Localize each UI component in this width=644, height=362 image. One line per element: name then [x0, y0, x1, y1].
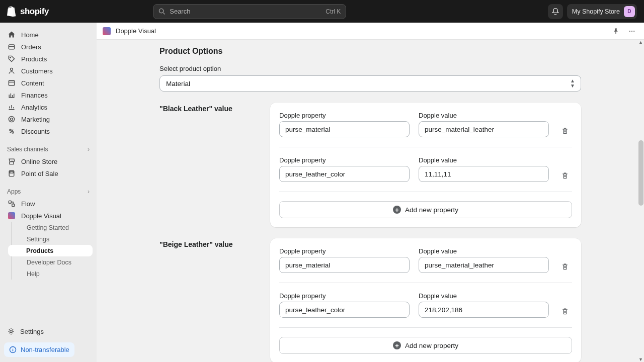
sidebar-item-products[interactable]: Products	[0, 53, 97, 65]
shopify-wordmark: shopify	[20, 7, 49, 17]
svg-point-17	[633, 30, 634, 31]
divider	[279, 147, 572, 147]
add-property-button[interactable]: +Add new property	[279, 201, 572, 218]
content-scroll[interactable]: Product Options Select product option Ma…	[97, 40, 644, 362]
pin-button[interactable]	[610, 25, 622, 37]
property-input[interactable]	[279, 257, 410, 273]
search-placeholder: Search	[170, 8, 190, 15]
divider	[279, 327, 572, 328]
sidebar-item-customers[interactable]: Customers	[0, 65, 97, 77]
sidebar-item-online-store[interactable]: Online Store	[0, 155, 97, 167]
plus-circle-icon: +	[393, 206, 401, 214]
sidebar-item-discounts[interactable]: Discounts	[0, 125, 97, 137]
sidebar-item-settings[interactable]: Settings	[0, 324, 97, 338]
delete-property-button[interactable]	[558, 304, 572, 318]
section-label: Sales channels	[7, 146, 48, 153]
option-value-group: "Beige Leather" valueDopple propertyDopp…	[159, 238, 581, 362]
scrollbar[interactable]: ▲ ▼	[638, 40, 643, 362]
property-input[interactable]	[279, 121, 410, 137]
sidebar-item-finances[interactable]: Finances	[0, 89, 97, 101]
svg-point-16	[631, 30, 632, 31]
dots-icon	[628, 28, 635, 35]
avatar: D	[624, 6, 635, 17]
dopple-icon	[7, 211, 16, 220]
product-option-select[interactable]: Material	[159, 75, 581, 92]
sidebar-item-dopple-visual[interactable]: Dopple Visual	[0, 210, 97, 222]
trash-icon	[561, 262, 569, 270]
top-bar: shopify Search Ctrl K My Shopify Store D	[0, 0, 644, 23]
notifications-button[interactable]	[548, 4, 563, 19]
property-row: Dopple propertyDopple value	[279, 292, 572, 318]
sub-link-help[interactable]: Help	[11, 268, 97, 280]
sidebar-item-marketing[interactable]: Marketing	[0, 113, 97, 125]
sidebar-item-label: Marketing	[21, 116, 50, 123]
product-option-select-wrap: Material ▲▼	[159, 75, 581, 92]
svg-rect-1	[9, 45, 14, 49]
svg-rect-11	[9, 201, 11, 203]
account-menu[interactable]: My Shopify Store D	[567, 4, 637, 19]
value-label: Dopple value	[419, 112, 549, 119]
delete-property-button[interactable]	[558, 259, 572, 274]
sidebar-item-label: Dopple Visual	[21, 212, 61, 220]
property-row: Dopple propertyDopple value	[279, 156, 572, 183]
svg-point-5	[9, 116, 14, 122]
property-label: Dopple property	[279, 292, 410, 300]
value-label: Dopple value	[419, 292, 549, 300]
chevron-right-icon: ›	[88, 188, 90, 195]
trash-icon	[561, 171, 569, 179]
bell-icon	[551, 8, 559, 16]
scroll-thumb[interactable]	[638, 140, 643, 206]
content-icon	[7, 78, 16, 87]
add-property-button[interactable]: +Add new property	[279, 337, 572, 354]
sidebar-item-label: Analytics	[21, 104, 47, 111]
svg-point-7	[10, 129, 11, 131]
non-transferable-badge[interactable]: Non-transferable	[4, 342, 74, 357]
sidebar-item-pos[interactable]: Point of Sale	[0, 167, 97, 179]
sidebar-item-label: Products	[21, 55, 47, 63]
flow-icon	[7, 199, 16, 208]
sidebar-item-flow[interactable]: Flow	[0, 198, 97, 210]
sidebar-item-analytics[interactable]: Analytics	[0, 101, 97, 113]
sub-link-products[interactable]: Products	[8, 245, 93, 256]
search-input[interactable]: Search Ctrl K	[153, 4, 346, 19]
property-input[interactable]	[279, 302, 410, 318]
page-title: Product Options	[159, 47, 581, 56]
property-label: Dopple property	[279, 112, 410, 119]
non-transferable-label: Non-transferable	[21, 346, 69, 353]
plus-circle-icon: +	[393, 341, 401, 349]
delete-property-button[interactable]	[558, 124, 572, 138]
app-bar: Dopple Visual	[97, 23, 644, 40]
value-input[interactable]	[419, 166, 549, 182]
sidebar-item-label: Point of Sale	[21, 170, 58, 177]
svg-point-0	[159, 9, 164, 13]
sub-link-settings[interactable]: Settings	[11, 233, 97, 245]
sales-channels-header[interactable]: Sales channels›	[0, 143, 97, 155]
sidebar-item-content[interactable]: Content	[0, 77, 97, 89]
scroll-up-arrow-icon[interactable]: ▲	[638, 40, 643, 45]
value-input[interactable]	[419, 121, 549, 137]
apps-header[interactable]: Apps›	[0, 186, 97, 198]
shopify-bag-icon	[7, 6, 17, 17]
delete-property-button[interactable]	[558, 168, 572, 183]
more-button[interactable]	[626, 25, 638, 37]
scroll-down-arrow-icon[interactable]: ▼	[638, 357, 643, 362]
sub-link-developer-docs[interactable]: Developer Docs	[11, 256, 97, 268]
products-icon	[7, 54, 16, 63]
option-value-heading: "Beige Leather" value	[159, 238, 260, 362]
select-label: Select product option	[159, 65, 581, 72]
svg-point-15	[629, 30, 630, 31]
value-input[interactable]	[419, 302, 549, 318]
app-bar-icon	[103, 27, 111, 35]
shopify-logo[interactable]: shopify	[7, 6, 49, 17]
property-row: Dopple propertyDopple value	[279, 247, 572, 274]
sub-link-getting-started[interactable]: Getting Started	[11, 222, 97, 233]
value-input[interactable]	[419, 257, 549, 273]
svg-rect-10	[10, 171, 13, 173]
sidebar-item-home[interactable]: Home	[0, 29, 97, 41]
sidebar-item-orders[interactable]: Orders	[0, 41, 97, 53]
store-icon	[7, 157, 16, 166]
app-sub-nav: Getting Started Settings Products Develo…	[0, 222, 97, 280]
svg-point-13	[10, 330, 13, 333]
property-label: Dopple property	[279, 156, 410, 164]
property-input[interactable]	[279, 166, 410, 182]
